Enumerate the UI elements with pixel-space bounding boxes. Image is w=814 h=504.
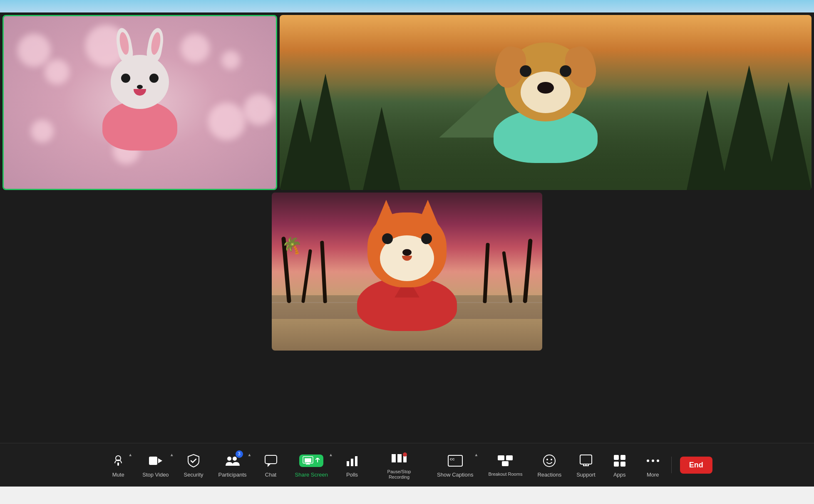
video-grid-bottom: 🌴 — [0, 191, 814, 353]
video-grid-top — [0, 12, 814, 191]
polls-icon — [344, 452, 360, 469]
reactions-button[interactable]: Reactions — [530, 449, 569, 481]
pause-recording-button[interactable]: Pause/Stop Recording — [369, 447, 429, 483]
fox-character — [357, 212, 457, 331]
support-icon — [578, 452, 594, 469]
apps-button[interactable]: Apps — [603, 449, 636, 481]
polls-label: Polls — [346, 472, 358, 478]
share-screen-caret[interactable]: ▲ — [329, 452, 333, 457]
svg-point-23 — [543, 455, 555, 467]
chat-button[interactable]: Chat — [254, 449, 288, 481]
chat-label: Chat — [265, 472, 276, 478]
svg-point-24 — [546, 459, 548, 460]
fox-background: 🌴 — [272, 193, 542, 351]
show-captions-button[interactable]: ▲ CC Show Captions — [429, 449, 481, 481]
share-screen-button[interactable]: ▲ Share Screen — [288, 449, 336, 481]
polls-button[interactable]: Polls — [335, 449, 369, 481]
security-icon — [185, 452, 202, 469]
stop-video-button[interactable]: ▲ Stop Video — [135, 449, 176, 481]
reactions-label: Reactions — [537, 472, 561, 478]
apps-icon — [611, 452, 628, 469]
video-tile-rabbit[interactable] — [2, 15, 277, 190]
svg-rect-12 — [351, 459, 353, 466]
svg-rect-21 — [506, 455, 513, 460]
pause-recording-label: Pause/Stop Recording — [376, 469, 422, 480]
svg-text:CC: CC — [450, 457, 455, 461]
participants-caret[interactable]: ▲ — [248, 452, 252, 457]
svg-rect-10 — [307, 463, 309, 464]
svg-rect-8 — [305, 458, 311, 462]
participants-icon: 3 — [224, 452, 241, 469]
svg-point-25 — [551, 459, 552, 460]
svg-rect-13 — [355, 456, 357, 466]
svg-point-32 — [647, 460, 649, 462]
mute-label: Mute — [112, 472, 124, 478]
toolbar: ▲ Mute ▲ Stop Video Security — [0, 443, 814, 487]
share-screen-icon — [303, 452, 320, 469]
breakout-rooms-button[interactable]: Breakout Rooms — [481, 449, 530, 480]
bottom-bar — [0, 487, 814, 504]
pause-recording-icon — [391, 450, 407, 467]
svg-rect-28 — [614, 455, 619, 460]
chat-icon — [263, 452, 279, 469]
svg-rect-22 — [502, 461, 509, 466]
svg-marker-3 — [158, 458, 162, 463]
video-tile-dog[interactable] — [280, 15, 812, 190]
svg-rect-1 — [117, 462, 119, 466]
end-button[interactable]: End — [680, 457, 712, 474]
svg-point-5 — [233, 457, 237, 461]
stop-video-caret[interactable]: ▲ — [170, 452, 174, 457]
show-captions-caret[interactable]: ▲ — [474, 452, 479, 457]
dog-background — [280, 15, 812, 190]
reactions-icon — [541, 452, 558, 469]
toolbar-separator — [671, 457, 672, 473]
mute-icon — [110, 452, 127, 469]
show-captions-label: Show Captions — [437, 472, 473, 478]
svg-rect-6 — [265, 455, 277, 464]
share-screen-label: Share Screen — [295, 472, 328, 478]
mute-button[interactable]: ▲ Mute — [102, 449, 135, 481]
stop-video-icon — [147, 452, 164, 469]
svg-rect-14 — [392, 454, 396, 462]
svg-point-34 — [657, 460, 659, 462]
participant-count-badge: 3 — [236, 450, 243, 458]
participants-label: Participants — [218, 472, 247, 478]
svg-rect-15 — [397, 454, 402, 462]
svg-point-17 — [403, 452, 407, 457]
svg-rect-11 — [347, 461, 349, 466]
svg-rect-30 — [614, 462, 619, 467]
participants-button[interactable]: ▲ 3 Participants — [211, 449, 254, 481]
security-label: Security — [184, 472, 204, 478]
more-button[interactable]: More — [636, 449, 670, 481]
svg-rect-29 — [620, 455, 625, 460]
stop-video-label: Stop Video — [142, 472, 169, 478]
more-icon — [645, 452, 661, 469]
show-captions-icon: CC — [447, 452, 464, 469]
rabbit-character — [102, 55, 177, 151]
svg-rect-20 — [498, 455, 504, 460]
video-area: 🌴 — [0, 12, 814, 443]
breakout-rooms-icon — [497, 452, 514, 469]
dog-character — [494, 42, 598, 163]
more-label: More — [647, 472, 659, 478]
video-tile-fox[interactable]: 🌴 — [272, 193, 542, 351]
breakout-rooms-label: Breakout Rooms — [488, 472, 522, 477]
security-button[interactable]: Security — [176, 449, 211, 481]
support-button[interactable]: Support — [569, 449, 603, 481]
apps-label: Apps — [613, 472, 626, 478]
svg-rect-31 — [620, 462, 625, 467]
mute-caret[interactable]: ▲ — [128, 452, 132, 457]
svg-point-33 — [652, 460, 654, 462]
svg-rect-26 — [580, 455, 592, 464]
top-bar — [0, 0, 814, 12]
svg-point-4 — [227, 457, 231, 461]
svg-rect-2 — [149, 457, 157, 465]
rabbit-background — [4, 16, 276, 189]
support-label: Support — [576, 472, 596, 478]
